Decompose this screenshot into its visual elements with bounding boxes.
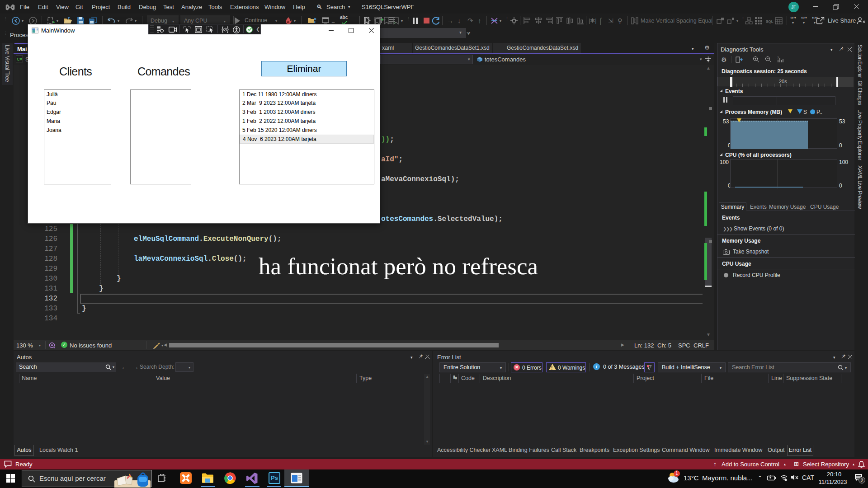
- svg-text:?: ?: [777, 56, 779, 59]
